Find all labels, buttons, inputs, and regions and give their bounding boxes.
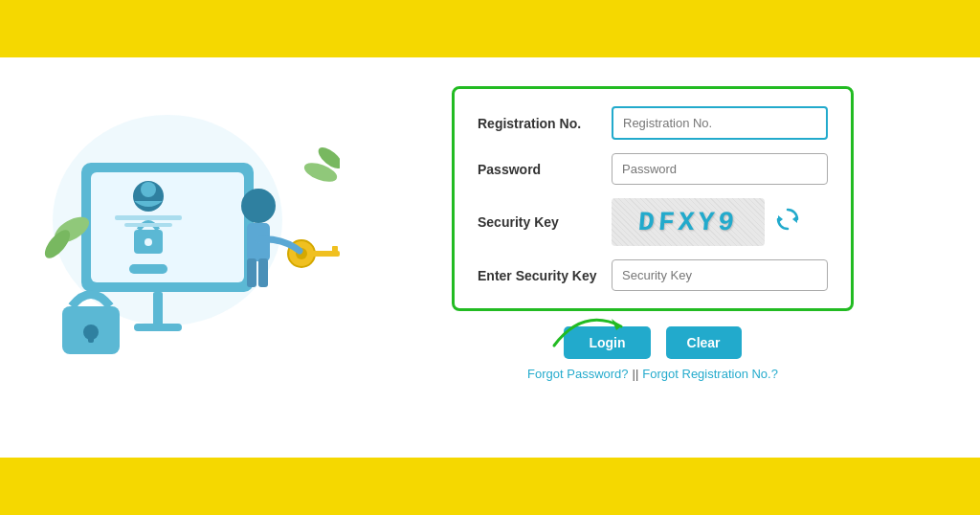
svg-rect-15 xyxy=(258,258,268,287)
captcha-container: DFXY9 xyxy=(612,198,801,246)
registration-input[interactable] xyxy=(612,106,828,140)
svg-rect-11 xyxy=(129,264,167,274)
illustration-panel xyxy=(29,77,354,364)
svg-rect-10 xyxy=(124,223,172,227)
svg-rect-14 xyxy=(247,258,256,287)
password-row: Password xyxy=(478,153,828,185)
svg-point-8 xyxy=(141,182,156,197)
svg-rect-2 xyxy=(134,324,182,331)
page-wrapper: Registration No. Password Security Key D… xyxy=(0,0,980,515)
enter-security-key-label: Enter Security Key xyxy=(478,268,612,283)
password-input[interactable] xyxy=(612,153,828,185)
svg-rect-4 xyxy=(91,172,244,282)
forgot-links-area: Forgot Password? || Forgot Registration … xyxy=(527,367,778,381)
refresh-captcha-button[interactable] xyxy=(774,206,801,238)
forgot-password-link[interactable]: Forgot Password? xyxy=(527,367,629,381)
security-key-row: Security Key DFXY9 xyxy=(478,198,828,246)
enter-security-key-row: Enter Security Key xyxy=(478,259,828,291)
clear-button[interactable]: Clear xyxy=(666,326,742,359)
buttons-area: Login Clear xyxy=(564,326,741,359)
security-key-label: Security Key xyxy=(478,214,612,230)
svg-rect-9 xyxy=(115,215,182,220)
security-key-input[interactable] xyxy=(612,259,828,291)
captcha-text: DFXY9 xyxy=(637,208,740,237)
svg-point-12 xyxy=(241,189,276,223)
svg-marker-29 xyxy=(778,215,783,223)
svg-rect-1 xyxy=(153,292,163,325)
registration-label: Registration No. xyxy=(478,116,612,131)
forgot-registration-link[interactable]: Forgot Registration No.? xyxy=(642,367,778,381)
svg-rect-19 xyxy=(332,246,338,252)
password-label: Password xyxy=(478,162,612,177)
link-separator: || xyxy=(633,367,639,381)
svg-rect-23 xyxy=(88,333,94,343)
login-section: Registration No. Password Security Key D… xyxy=(354,77,951,381)
bottom-yellow-bar xyxy=(0,458,980,515)
content-area: Registration No. Password Security Key D… xyxy=(0,57,980,458)
login-form-card: Registration No. Password Security Key D… xyxy=(452,86,854,311)
captcha-image: DFXY9 xyxy=(612,198,765,246)
svg-marker-28 xyxy=(792,215,797,223)
top-yellow-bar xyxy=(0,0,980,57)
registration-row: Registration No. xyxy=(478,106,828,140)
svg-point-6 xyxy=(145,238,152,246)
